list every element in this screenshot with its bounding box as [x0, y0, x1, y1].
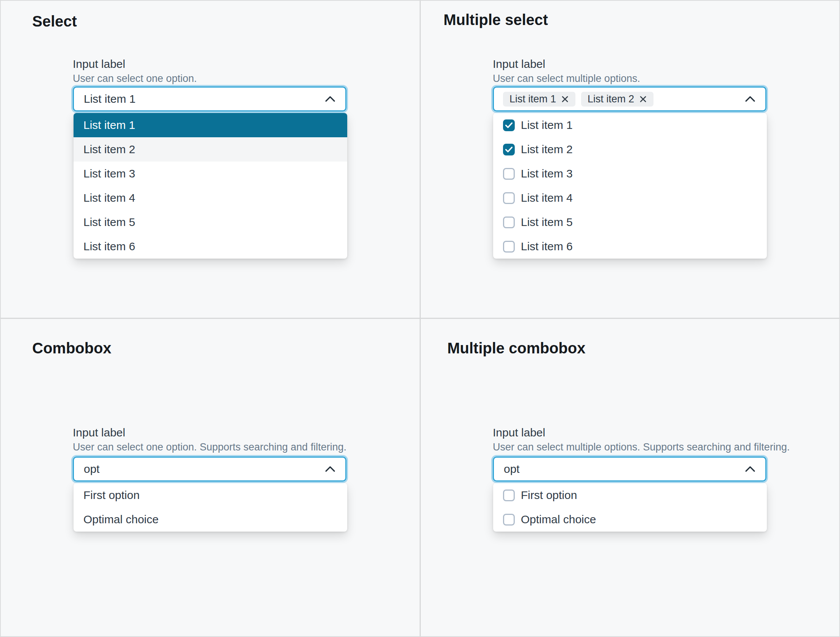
option-label: List item 3 [84, 167, 135, 180]
checkbox-unchecked[interactable] [503, 192, 515, 204]
dropdown-option[interactable]: List item 2 [74, 137, 347, 161]
select-dropdown: List item 1 List item 2 List item 3 List… [74, 113, 347, 259]
option-label: List item 3 [521, 167, 573, 180]
dropdown-option[interactable]: List item 6 [74, 234, 347, 259]
multiple-combobox-input[interactable] [493, 457, 766, 482]
checkbox-unchecked[interactable] [503, 217, 515, 228]
chevron-up-icon[interactable] [745, 466, 755, 473]
option-label: List item 5 [84, 216, 135, 229]
multiple-combobox-dropdown: First option Optimal choice [493, 483, 767, 531]
option-label: Optimal choice [521, 513, 596, 526]
panel-title: Combobox [32, 340, 111, 356]
combobox-input[interactable] [73, 457, 346, 482]
dropdown-option[interactable]: List item 5 [74, 210, 347, 234]
option-label: List item 4 [84, 191, 135, 204]
dropdown-option[interactable]: First option [493, 483, 767, 507]
dropdown-option[interactable]: List item 3 [493, 161, 767, 186]
option-label: List item 2 [521, 143, 573, 156]
selected-chip: List item 2 [581, 92, 654, 106]
checkbox-checked[interactable] [503, 119, 515, 131]
input-label: Input label [73, 426, 125, 439]
panel-title: Select [32, 13, 77, 30]
chip-remove-x-icon[interactable] [561, 95, 569, 103]
multiple-select-input[interactable]: List item 1 List item 2 [493, 87, 766, 111]
multiple-select-demo-panel: Multiple select Input label User can sel… [420, 0, 840, 318]
option-label: First option [521, 489, 577, 502]
option-label: First option [84, 489, 139, 502]
option-label: List item 4 [521, 191, 573, 204]
chip-label: List item 1 [510, 93, 556, 105]
horizontal-divider [0, 318, 840, 319]
dropdown-option[interactable]: Optimal choice [74, 507, 347, 531]
input-description: User can select multiple options. Suppor… [493, 441, 789, 453]
dropdown-option-checked[interactable]: List item 1 [493, 113, 767, 137]
select-input[interactable]: List item 1 [73, 87, 346, 111]
combobox-demo-panel: Combobox Input label User can select one… [0, 318, 420, 637]
checkbox-unchecked[interactable] [503, 168, 515, 180]
select-demo-panel: Select Input label User can select one o… [0, 0, 420, 318]
selected-chip: List item 1 [503, 92, 575, 106]
dropdown-option[interactable]: Optimal choice [493, 507, 767, 531]
combobox-text-input[interactable] [84, 463, 243, 476]
multiple-select-dropdown: List item 1 List item 2 List item 3 List… [493, 113, 767, 259]
dropdown-option[interactable]: List item 4 [493, 186, 767, 210]
checkbox-unchecked[interactable] [503, 514, 515, 526]
chip-label: List item 2 [587, 93, 634, 105]
input-description: User can select one option. Supports sea… [73, 441, 346, 453]
input-description: User can select one option. [73, 73, 197, 85]
chip-remove-x-icon[interactable] [639, 95, 647, 103]
dropdown-option[interactable]: List item 3 [74, 161, 347, 186]
option-label: List item 1 [84, 119, 135, 131]
input-label: Input label [493, 58, 545, 71]
dropdown-option[interactable]: List item 6 [493, 234, 767, 259]
dropdown-option-selected[interactable]: List item 1 [74, 113, 347, 137]
chevron-up-icon[interactable] [745, 96, 755, 103]
chevron-up-icon[interactable] [325, 96, 335, 103]
option-label: Optimal choice [84, 513, 158, 526]
dropdown-option-checked[interactable]: List item 2 [493, 137, 767, 161]
input-label: Input label [493, 426, 545, 439]
checkbox-checked[interactable] [503, 144, 515, 155]
multiple-combobox-demo-panel: Multiple combobox Input label User can s… [420, 318, 840, 637]
chip-list: List item 1 List item 2 [503, 92, 654, 106]
input-label: Input label [73, 58, 125, 71]
panel-title: Multiple select [444, 11, 548, 28]
input-description: User can select multiple options. [493, 73, 640, 85]
select-value: List item 1 [84, 93, 136, 106]
checkbox-unchecked[interactable] [503, 241, 515, 253]
option-label: List item 1 [521, 119, 573, 131]
option-label: List item 2 [84, 143, 135, 156]
multiple-combobox-text-input[interactable] [504, 463, 663, 476]
dropdown-option[interactable]: List item 4 [74, 186, 347, 210]
chevron-up-icon[interactable] [325, 466, 335, 473]
combobox-dropdown: First option Optimal choice [74, 483, 347, 531]
dropdown-option[interactable]: First option [74, 483, 347, 507]
dropdown-option[interactable]: List item 5 [493, 210, 767, 234]
option-label: List item 6 [521, 240, 573, 253]
checkbox-unchecked[interactable] [503, 490, 515, 501]
panel-title: Multiple combobox [447, 340, 585, 356]
option-label: List item 6 [84, 240, 135, 253]
option-label: List item 5 [521, 216, 573, 229]
